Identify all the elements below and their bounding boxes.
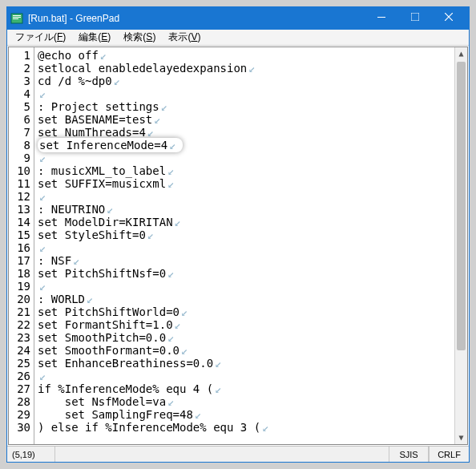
cursor-position: (5,19) <box>7 447 55 462</box>
code-line[interactable]: : WORLD↙ <box>38 293 466 305</box>
scroll-down-icon[interactable]: ▼ <box>455 431 467 444</box>
code-line[interactable]: cd /d %~dp0↙ <box>38 75 466 87</box>
line-number: 22 <box>9 318 30 331</box>
code-line[interactable]: set EnhanceBreathiness=0.0↙ <box>38 357 466 370</box>
line-number: 12 <box>9 190 30 203</box>
encoding-indicator[interactable]: SJIS <box>389 447 429 462</box>
line-number: 23 <box>9 331 30 344</box>
code-line[interactable]: set SmoothFormant=0.0↙ <box>38 344 466 357</box>
code-line[interactable]: : NEUTRINO↙ <box>38 203 466 216</box>
minimize-button[interactable] <box>365 6 398 28</box>
line-number: 9 <box>9 152 30 164</box>
code-line[interactable]: ) else if %InferenceMode% equ 3 (↙ <box>38 421 466 434</box>
code-line[interactable]: set NsfModel=va↙ <box>38 395 466 408</box>
line-number: 16 <box>9 241 30 254</box>
code-line[interactable]: ↙ <box>38 190 466 203</box>
line-number: 1 <box>9 49 30 62</box>
line-number: 26 <box>9 370 30 382</box>
line-number: 30 <box>9 421 30 434</box>
code-line[interactable]: set StyleShift=0↙ <box>38 228 466 241</box>
line-number: 18 <box>9 267 30 280</box>
code-line[interactable]: ↙ <box>38 370 466 382</box>
code-line[interactable]: @echo off↙ <box>38 49 466 62</box>
code-line[interactable]: set SUFFIX=musicxml↙ <box>38 177 466 190</box>
titlebar[interactable]: [Run.bat] - GreenPad <box>7 7 469 30</box>
statusbar: (5,19) SJIS CRLF <box>7 446 469 462</box>
editor[interactable]: 1234567891011121314151617181920212223242… <box>8 46 468 445</box>
scrollbar-thumb[interactable] <box>457 62 466 350</box>
code-line[interactable]: set InferenceMode=4↙ <box>38 139 466 152</box>
app-window: [Run.bat] - GreenPad ファイル(F)編集(E)検索(S)表示… <box>6 6 470 463</box>
maximize-button[interactable] <box>398 6 432 28</box>
code-line[interactable]: set FormantShift=1.0↙ <box>38 318 466 331</box>
code-line[interactable]: set SamplingFreq=48↙ <box>38 408 466 421</box>
close-button[interactable] <box>432 6 466 28</box>
line-number: 13 <box>9 203 30 216</box>
line-number: 5 <box>9 100 30 113</box>
menu-v[interactable]: 表示(V) <box>162 29 207 46</box>
line-number: 4 <box>9 87 30 100</box>
code-area[interactable]: @echo off↙setlocal enabledelayedexpansio… <box>34 47 467 444</box>
code-line[interactable]: : Project settings↙ <box>38 100 466 113</box>
line-number: 19 <box>9 280 30 293</box>
svg-rect-3 <box>13 18 18 19</box>
line-number: 28 <box>9 395 30 408</box>
line-number: 7 <box>9 126 30 139</box>
code-line[interactable]: ↙ <box>38 241 466 254</box>
svg-rect-4 <box>377 17 385 18</box>
line-number: 10 <box>9 164 30 177</box>
line-number: 29 <box>9 408 30 421</box>
line-number: 6 <box>9 113 30 126</box>
code-line[interactable]: set PitchShiftWorld=0↙ <box>38 305 466 318</box>
line-number-gutter: 1234567891011121314151617181920212223242… <box>9 47 34 444</box>
menu-f[interactable]: ファイル(F) <box>9 29 72 46</box>
code-line[interactable]: ↙ <box>38 87 466 100</box>
line-number: 24 <box>9 344 30 357</box>
scroll-up-icon[interactable]: ▲ <box>455 47 467 60</box>
code-line[interactable]: set ModelDir=KIRITAN↙ <box>38 216 466 228</box>
vertical-scrollbar[interactable]: ▲ ▼ <box>454 47 467 444</box>
line-number: 25 <box>9 357 30 370</box>
line-number: 14 <box>9 216 30 228</box>
code-line[interactable]: : NSF↙ <box>38 254 466 267</box>
svg-rect-5 <box>411 13 419 21</box>
code-line[interactable]: set PitchShiftNsf=0↙ <box>38 267 466 280</box>
code-line[interactable]: setlocal enabledelayedexpansion↙ <box>38 62 466 75</box>
app-icon <box>10 12 23 25</box>
code-line[interactable]: ↙ <box>38 280 466 293</box>
code-line[interactable]: : musicXML_to_label↙ <box>38 164 466 177</box>
svg-rect-2 <box>13 17 21 18</box>
lineending-indicator[interactable]: CRLF <box>429 447 469 462</box>
svg-rect-1 <box>13 15 21 16</box>
line-number: 11 <box>9 177 30 190</box>
line-number: 20 <box>9 293 30 305</box>
code-line[interactable]: set BASENAME=test↙ <box>38 113 466 126</box>
line-number: 8 <box>9 139 30 152</box>
code-line[interactable]: ↙ <box>38 152 466 164</box>
code-line[interactable]: set NumThreads=4↙ <box>38 126 466 139</box>
line-number: 15 <box>9 228 30 241</box>
line-number: 2 <box>9 62 30 75</box>
menubar: ファイル(F)編集(E)検索(S)表示(V) <box>7 30 469 46</box>
line-number: 17 <box>9 254 30 267</box>
window-title: [Run.bat] - GreenPad <box>28 13 365 24</box>
line-number: 3 <box>9 75 30 87</box>
code-line[interactable]: set SmoothPitch=0.0↙ <box>38 331 466 344</box>
menu-e[interactable]: 編集(E) <box>72 29 117 46</box>
code-line[interactable]: if %InferenceMode% equ 4 (↙ <box>38 382 466 395</box>
menu-s[interactable]: 検索(S) <box>117 29 162 46</box>
line-number: 27 <box>9 382 30 395</box>
line-number: 21 <box>9 305 30 318</box>
